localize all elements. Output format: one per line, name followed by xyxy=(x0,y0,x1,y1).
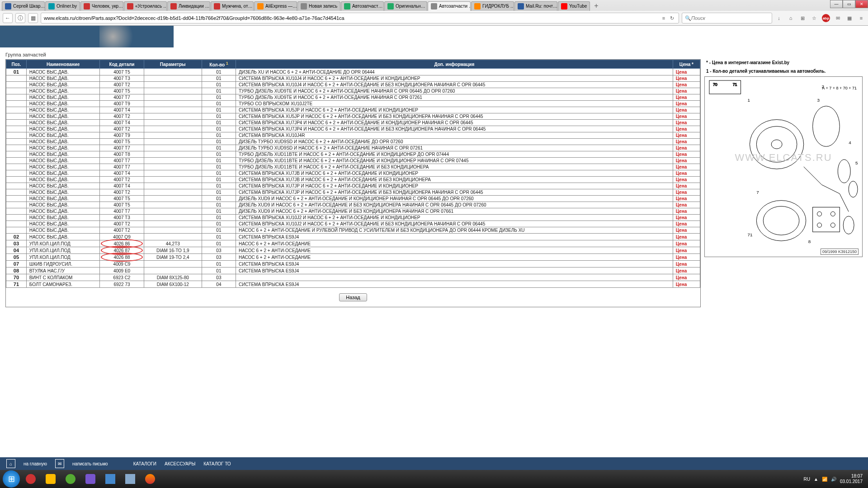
price-link[interactable]: Цена xyxy=(676,95,687,100)
price-link[interactable]: Цена xyxy=(676,152,687,157)
toolbar-icon-6[interactable]: ▦ xyxy=(845,14,854,22)
table-row[interactable]: НАСОС ВЫС.ДАВ.4007 T201НАСОС 6 + 2 + АНТ… xyxy=(6,227,700,234)
search-input[interactable] xyxy=(691,15,769,21)
browser-tab[interactable]: «Устроилась … xyxy=(124,1,167,11)
table-row[interactable]: НАСОС ВЫС.ДАВ.4007 T401СИСТЕМА ВПРЫСКА X… xyxy=(6,120,700,126)
table-row[interactable]: НАСОС ВЫС.ДАВ.4007 T501ДИЗЕЛЬ XUD9 И НАС… xyxy=(6,196,700,202)
table-row[interactable]: 05УПЛ.КОЛ.ЦИЛ.ПОД4026 88DIAM 19-TO 2,403… xyxy=(6,254,700,261)
browser-tab[interactable]: Мужчина, от… xyxy=(211,1,254,11)
table-row[interactable]: 08ВТУЛКА НАС.Г/У4009 E001СИСТЕМА ВПРЫСКА… xyxy=(6,267,700,274)
table-row[interactable]: 04УПЛ.КОЛ.ЦИЛ.ПОД4026 87DIAM 16-TO 1,903… xyxy=(6,247,700,254)
toolbar-icon-2[interactable]: ⊞ xyxy=(798,14,807,22)
price-link[interactable]: Цена xyxy=(676,101,687,106)
browser-tab[interactable]: Mail.Ru: почт… xyxy=(514,1,557,11)
price-link[interactable]: Цена xyxy=(676,89,687,94)
price-link[interactable]: Цена xyxy=(676,196,687,201)
table-row[interactable]: НАСОС ВЫС.ДАВ.4007 T201СИСТЕМА ВПРЫСКА X… xyxy=(6,177,700,183)
price-link[interactable]: Цена xyxy=(676,177,687,182)
table-row[interactable]: НАСОС ВЫС.ДАВ.4007 T201СИСТЕМА ВПРЫСКА X… xyxy=(6,113,700,120)
browser-tab[interactable]: Новая запись xyxy=(297,1,340,11)
price-link[interactable]: Цена xyxy=(676,255,687,260)
browser-tab[interactable]: Onliner.by xyxy=(45,1,80,11)
price-link[interactable]: Цена xyxy=(676,114,687,119)
browser-tab[interactable]: Автозапчаст… xyxy=(341,1,384,11)
price-link[interactable]: Цена xyxy=(676,209,687,214)
table-row[interactable]: НАСОС ВЫС.ДАВ.4007 T401СИСТЕМА ВПРЫСКА X… xyxy=(6,170,700,177)
table-row[interactable]: НАСОС ВЫС.ДАВ.4007 T901ТУРБО СО ВПРЫСКОМ… xyxy=(6,101,700,107)
price-link[interactable]: Цена xyxy=(676,241,687,246)
table-row[interactable]: НАСОС ВЫС.ДАВ.4007 T501ТУРБО ДИЗЕЛЬ XUD9… xyxy=(6,88,700,94)
table-row[interactable]: НАСОС ВЫС.ДАВ.4007 T501ДИЗЕЛЬ ТУРБО XUD9… xyxy=(6,139,700,145)
minimize-button[interactable]: — xyxy=(830,0,843,8)
price-link[interactable]: Цена xyxy=(676,164,687,169)
table-row[interactable]: НАСОС ВЫС.ДАВ.4007 T701ДИЗЕЛЬ XUD9 И НАС… xyxy=(6,208,700,215)
url-bar[interactable]: ≡ ↻ xyxy=(41,13,679,23)
price-link[interactable]: Цена xyxy=(676,120,687,125)
part-diagram[interactable]: 70 71 xyxy=(704,76,863,257)
price-link[interactable]: Цена xyxy=(676,282,687,287)
browser-tab[interactable]: Человек, укр… xyxy=(80,1,123,11)
price-link[interactable]: Цена xyxy=(676,139,687,144)
close-button[interactable]: ✕ xyxy=(855,0,868,8)
price-link[interactable]: Цена xyxy=(676,215,687,220)
price-link[interactable]: Цена xyxy=(676,133,687,138)
table-row[interactable]: НАСОС ВЫС.ДАВ.4007 T701ТУРБО ДИЗЕЛЬ XUD1… xyxy=(6,158,700,164)
browser-tab[interactable]: ГИДРОКЛУБ … xyxy=(471,1,514,11)
price-link[interactable]: Цена xyxy=(676,202,687,207)
back-button[interactable]: ← xyxy=(3,13,13,23)
table-row[interactable]: НАСОС ВЫС.ДАВ.4007 T201СИСТЕМА ВПРЫСКА X… xyxy=(6,189,700,196)
table-row[interactable]: НАСОС ВЫС.ДАВ.4007 T901СИСТЕМА ВПРЫСКА X… xyxy=(6,132,700,139)
reload-icon[interactable]: ↻ xyxy=(668,14,676,22)
browser-tab[interactable]: Автозапчасти … xyxy=(428,1,471,11)
table-row[interactable]: НАСОС ВЫС.ДАВ.4007 T201СИСТЕМА ВПРЫСКА X… xyxy=(6,221,700,227)
price-link[interactable]: Цена xyxy=(676,76,687,81)
table-row[interactable]: 71БОЛТ САМОНАРЕЗ.6922 73DIAM 6X100-1204С… xyxy=(6,281,700,288)
table-row[interactable]: НАСОС ВЫС.ДАВ.4007 T701ТУРБО ДИЗЕЛЬ XUD9… xyxy=(6,94,700,101)
browser-tab[interactable]: Ликвидации … xyxy=(167,1,210,11)
reader-icon[interactable]: ≡ xyxy=(660,14,668,22)
price-link[interactable]: Цена xyxy=(676,171,687,176)
price-link[interactable]: Цена xyxy=(676,158,687,163)
browser-tab[interactable]: Оригинальн… xyxy=(384,1,427,11)
table-row[interactable]: 02НАСОС ВЫС.ДАВ.4007 Q901СИСТЕМА ВПРЫСКА… xyxy=(6,234,700,240)
new-tab-button[interactable]: + xyxy=(590,1,602,11)
table-row[interactable]: НАСОС ВЫС.ДАВ.4007 T701ТУРБО ДИЗЕЛЬ XUD1… xyxy=(6,164,700,170)
price-link[interactable]: Цена xyxy=(676,235,687,239)
table-row[interactable]: НАСОС ВЫС.ДАВ.4007 T201СИСТЕМА ВПРЫСКА X… xyxy=(6,126,700,132)
price-link[interactable]: Цена xyxy=(676,221,687,226)
price-link[interactable]: Цена xyxy=(676,82,687,87)
table-row[interactable]: НАСОС ВЫС.ДАВ.4007 T801ТУРБО ДИЗЕЛЬ XUD1… xyxy=(6,151,700,158)
table-row[interactable]: 01НАСОС ВЫС.ДАВ.4007 T501ДИЗЕЛЬ XU И НАС… xyxy=(6,69,700,75)
search-box[interactable]: 🔍 xyxy=(682,13,772,23)
table-row[interactable]: НАСОС ВЫС.ДАВ.4007 T501ДИЗЕЛЬ XUD9 И НАС… xyxy=(6,202,700,208)
table-row[interactable]: 70ВИНТ С КОЛПАКОМ6923 C2DIAM 8X125-8003Ц… xyxy=(6,274,700,281)
browser-tab[interactable]: YouTube xyxy=(558,1,590,11)
table-row[interactable]: НАСОС ВЫС.ДАВ.4007 T301СИСТЕМА ВПРЫСКА X… xyxy=(6,75,700,82)
table-row[interactable]: 03УПЛ.КОЛ.ЦИЛ.ПОД4026 8644,2T301НАСОС 6 … xyxy=(6,240,700,247)
price-link[interactable]: Цена xyxy=(676,275,687,280)
back-page-button[interactable]: Назад xyxy=(339,293,367,301)
browser-tab[interactable]: Сергей Шкар… xyxy=(2,1,45,11)
table-row[interactable]: НАСОС ВЫС.ДАВ.4007 T201СИСТЕМА ВПРЫСКА X… xyxy=(6,82,700,88)
table-row[interactable]: НАСОС ВЫС.ДАВ.4007 T301СИСТЕМА ВПРЫСКА X… xyxy=(6,215,700,221)
toolbar-icon-5[interactable]: ✉ xyxy=(834,14,842,22)
browser-tab[interactable]: AliExpress —… xyxy=(254,1,297,11)
price-link[interactable]: Цена xyxy=(676,190,687,195)
table-row[interactable]: НАСОС ВЫС.ДАВ.4007 T701ДИЗЕЛЬ ТУРБО XUD9… xyxy=(6,145,700,151)
price-link[interactable]: Цена xyxy=(676,248,687,253)
toolbar-icon-7[interactable]: ≡ xyxy=(857,14,865,22)
price-link[interactable]: Цена xyxy=(676,108,687,113)
info-button[interactable]: ⓘ xyxy=(15,13,25,23)
toolbar-icon-1[interactable]: ⌂ xyxy=(787,14,795,22)
price-link[interactable]: Цена xyxy=(676,145,687,150)
price-link[interactable]: Цена xyxy=(676,228,687,233)
tracking-button[interactable]: ▦ xyxy=(28,13,38,23)
toolbar-icon-3[interactable]: ☆ xyxy=(810,14,818,22)
price-link[interactable]: Цена xyxy=(676,127,687,131)
table-row[interactable]: 07ШКИВ ГИДРОУСИЛ.4009 C901СИСТЕМА ВПРЫСК… xyxy=(6,261,700,267)
toolbar-icon-4[interactable]: abp xyxy=(822,14,830,22)
maximize-button[interactable]: ▭ xyxy=(843,0,855,8)
price-link[interactable]: Цена xyxy=(676,262,687,267)
price-link[interactable]: Цена xyxy=(676,268,687,273)
url-input[interactable] xyxy=(44,15,660,21)
